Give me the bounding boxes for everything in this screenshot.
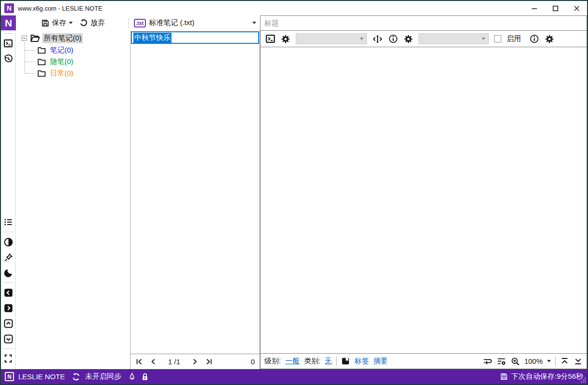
note-type-label: 标准笔记 (.txt) <box>149 18 195 27</box>
maximize-button[interactable] <box>545 1 566 15</box>
tree-children: 笔记(0) 随笔(0) 日常(0) <box>25 44 130 79</box>
autosave-icon <box>500 372 508 381</box>
text-cursor-button[interactable] <box>372 34 383 44</box>
first-page-button[interactable] <box>135 358 144 366</box>
folder-icon <box>37 69 46 78</box>
history-button[interactable] <box>2 53 14 65</box>
editor-content-area[interactable] <box>261 47 587 353</box>
info-button[interactable] <box>529 34 539 44</box>
resize-grip[interactable] <box>580 377 586 383</box>
tree-item-label: 随笔(0) <box>49 57 75 67</box>
app-logo-large[interactable]: N <box>1 15 16 30</box>
console-button[interactable] <box>2 37 14 50</box>
collapse-right-panel-button[interactable] <box>2 302 14 314</box>
sidebar-divider <box>3 348 13 349</box>
note-list-panel: 中秋节快乐 1 /1 0 <box>130 30 260 369</box>
save-more-icon[interactable] <box>69 22 73 24</box>
chevron-down-icon <box>360 38 364 40</box>
dark-mode-button[interactable] <box>2 266 14 279</box>
note-title-input[interactable]: 标题 <box>260 15 587 30</box>
maximize-icon <box>552 5 559 12</box>
zoom-in-button[interactable] <box>510 357 520 366</box>
template-dropdown[interactable] <box>418 33 489 44</box>
contrast-icon <box>3 237 13 247</box>
note-type-selector[interactable]: .txt 标准笔记 (.txt) <box>130 15 260 30</box>
contrast-button[interactable] <box>2 236 14 248</box>
list-settings-button[interactable] <box>497 357 506 366</box>
console-icon <box>3 39 13 48</box>
word-wrap-button[interactable] <box>483 357 492 366</box>
tree-item-label: 笔记(0) <box>49 45 75 55</box>
last-page-button[interactable] <box>205 358 213 366</box>
next-page-button[interactable] <box>191 358 199 366</box>
close-button[interactable] <box>566 1 587 15</box>
collapse-bottom-panel-button[interactable] <box>2 332 14 345</box>
bookmark-icon[interactable] <box>341 357 350 366</box>
enable-checkbox[interactable] <box>494 35 501 42</box>
folder-tree: 所有笔记(0) 笔记(0) 随笔(0) 日常(0) <box>16 30 130 369</box>
sidebar-divider <box>3 33 13 34</box>
zoom-level[interactable]: 100% <box>524 357 543 365</box>
toolbar-separator <box>129 17 129 28</box>
font-dropdown[interactable] <box>296 33 367 44</box>
tree-item-all-notes[interactable]: 所有笔记(0) <box>16 32 130 44</box>
pin-icon <box>3 252 13 263</box>
folder-icon <box>37 46 46 55</box>
tree-collapse-icon[interactable] <box>22 36 27 41</box>
collapse-top-panel-button[interactable] <box>2 317 14 330</box>
note-list-pagination: 1 /1 0 <box>131 354 260 369</box>
note-list-button[interactable] <box>2 216 14 228</box>
tree-item-notes[interactable]: 笔记(0) <box>25 44 130 56</box>
folder-open-icon <box>30 33 40 43</box>
sidebar-divider <box>3 282 13 283</box>
summary-link[interactable]: 摘要 <box>373 357 388 366</box>
tree-item-label: 所有笔记(0) <box>42 33 83 43</box>
discard-label: 放弃 <box>91 18 105 27</box>
lock-icon[interactable] <box>141 372 149 381</box>
moon-icon <box>3 268 13 278</box>
enable-label: 启用 <box>507 34 521 43</box>
scroll-top-button[interactable] <box>560 357 569 366</box>
level-value-link[interactable]: 一般 <box>285 357 300 366</box>
settings-gear-button[interactable] <box>404 34 413 44</box>
fullscreen-button[interactable] <box>2 352 14 365</box>
title-bar: N www.x6g.com - LESLIE NOTE <box>1 1 587 15</box>
editor-toolbar: 启用 <box>261 31 587 47</box>
collapse-right-icon <box>3 303 13 313</box>
prev-page-button[interactable] <box>149 358 157 366</box>
zoom-caret-icon[interactable] <box>547 360 551 362</box>
sync-icon[interactable] <box>71 372 81 382</box>
pin-button[interactable] <box>2 251 14 264</box>
discard-button[interactable]: 放弃 <box>79 18 105 27</box>
flame-icon[interactable] <box>128 372 136 381</box>
category-label: 类别: <box>304 357 320 366</box>
tree-item-daily[interactable]: 日常(0) <box>25 67 130 79</box>
category-value-link[interactable]: 无 <box>325 357 332 366</box>
collapse-left-panel-button[interactable] <box>2 286 14 299</box>
editor-footer-right: 100% <box>483 357 583 366</box>
info-button[interactable] <box>388 34 398 44</box>
settings-gear-button[interactable] <box>281 34 290 44</box>
editor-panel: 启用 级别: 一般 类别: 无 标签 摘要 <box>260 30 587 369</box>
save-button[interactable]: 保存 <box>41 17 66 29</box>
minimize-button[interactable] <box>523 1 545 15</box>
tree-item-essays[interactable]: 随笔(0) <box>25 56 130 67</box>
editor-console-button[interactable] <box>265 34 275 44</box>
page-indicator: 1 /1 <box>168 358 180 366</box>
tags-link[interactable]: 标签 <box>354 357 369 366</box>
settings-gear-button[interactable] <box>545 34 554 44</box>
note-list-item[interactable]: 中秋节快乐 <box>131 31 259 44</box>
icon-sidebar <box>1 30 16 369</box>
editor-footer: 级别: 一般 类别: 无 标签 摘要 100% <box>261 353 587 369</box>
collapse-up-icon <box>3 319 13 329</box>
file-toolbar: 保存 放弃 <box>16 15 130 30</box>
collapse-down-icon <box>3 334 13 344</box>
save-label: 保存 <box>52 18 66 27</box>
app-window: N www.x6g.com - LESLIE NOTE N <box>0 0 588 385</box>
minimize-icon <box>531 5 537 12</box>
scroll-bottom-button[interactable] <box>574 357 583 366</box>
app-logo-icon: N <box>4 3 14 13</box>
sync-status[interactable]: 未开启同步 <box>85 372 121 381</box>
txt-badge-icon: .txt <box>134 19 146 27</box>
note-list-item-title[interactable]: 中秋节快乐 <box>133 33 171 43</box>
